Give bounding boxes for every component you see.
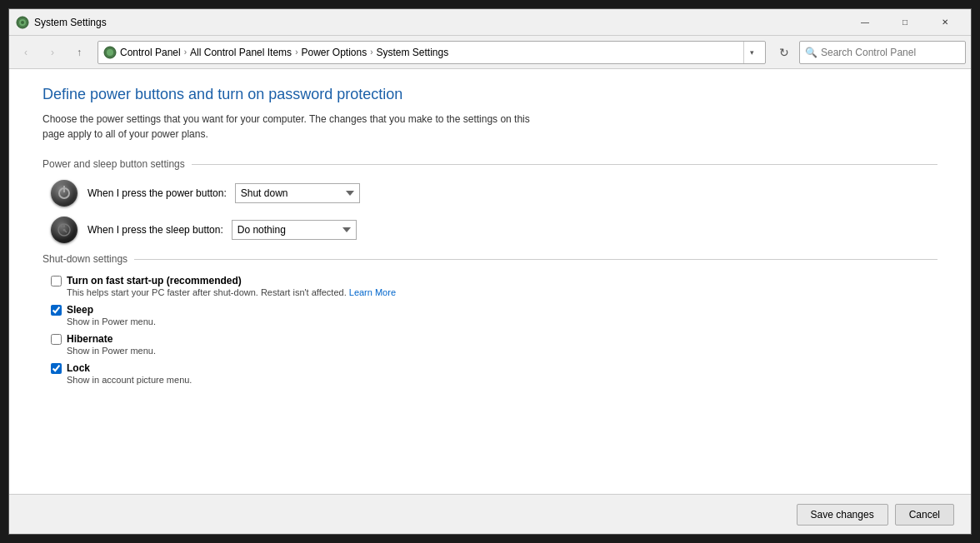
power-button-label: When I press the power button: (88, 187, 227, 199)
footer: Save changes Cancel (9, 494, 971, 534)
hibernate-row: Hibernate Show in Power menu. (42, 333, 938, 356)
back-button[interactable]: ‹ (14, 41, 38, 64)
breadcrumb: Control Panel › All Control Panel Items … (120, 47, 743, 58)
save-changes-button[interactable]: Save changes (797, 504, 888, 526)
breadcrumb-system-settings: System Settings (377, 47, 449, 58)
lock-desc: Show in account picture menu. (67, 375, 938, 385)
window-title: System Settings (34, 17, 846, 28)
fast-startup-desc: This helps start your PC faster after sh… (67, 287, 938, 297)
navbar: ‹ › ↑ Control Panel › All Control Panel … (9, 36, 971, 69)
address-icon (103, 46, 117, 59)
forward-button[interactable]: › (41, 41, 64, 64)
window-controls: — □ ✕ (846, 9, 964, 36)
sleep-button-row: When I press the sleep button: Do nothin… (42, 217, 938, 243)
page-description: Choose the power settings that you want … (42, 112, 542, 142)
sleep-label: Sleep (67, 304, 93, 316)
page-title: Define power buttons and turn on passwor… (42, 86, 938, 103)
power-symbol (58, 187, 70, 199)
address-dropdown-button[interactable]: ▾ (743, 42, 760, 63)
sleep-checkbox[interactable] (51, 305, 62, 316)
section-divider (192, 164, 938, 165)
search-box[interactable]: 🔍 (799, 41, 966, 64)
up-button[interactable]: ↑ (68, 41, 91, 64)
shutdown-section: Shut-down settings Turn on fast start-up… (42, 253, 938, 385)
content-area: Define power buttons and turn on passwor… (9, 69, 971, 494)
power-sleep-section-title: Power and sleep button settings (42, 158, 185, 170)
sleep-desc: Show in Power menu. (67, 316, 938, 326)
shutdown-section-header: Shut-down settings (42, 253, 938, 265)
svg-point-8 (63, 229, 66, 232)
main-window: System Settings — □ ✕ ‹ › ↑ Control Pane… (8, 8, 972, 535)
close-button[interactable]: ✕ (926, 9, 964, 36)
lock-row: Lock Show in account picture menu. (42, 362, 938, 385)
fast-startup-desc-text: This helps start your PC faster after sh… (67, 287, 349, 297)
cancel-button[interactable]: Cancel (895, 504, 954, 526)
sleep-button-icon (51, 217, 78, 243)
breadcrumb-power-options[interactable]: Power Options (301, 47, 367, 58)
fast-startup-row: Turn on fast start-up (recommended) This… (42, 275, 938, 297)
address-bar[interactable]: Control Panel › All Control Panel Items … (98, 41, 766, 64)
learn-more-link[interactable]: Learn More (349, 287, 396, 297)
search-icon: 🔍 (805, 47, 818, 58)
sleep-row: Sleep Show in Power menu. (42, 304, 938, 326)
breadcrumb-control-panel[interactable]: Control Panel (120, 47, 181, 58)
power-button-icon (51, 180, 78, 207)
lock-checkbox[interactable] (51, 363, 62, 374)
lock-label: Lock (67, 362, 90, 374)
power-button-row: When I press the power button: Shut down… (42, 180, 938, 207)
power-button-dropdown[interactable]: Shut down Sleep Hibernate Turn off the d… (235, 183, 360, 203)
fast-startup-checkbox[interactable] (51, 276, 62, 286)
shutdown-section-title: Shut-down settings (42, 253, 128, 265)
svg-point-4 (107, 49, 113, 56)
sleep-button-dropdown[interactable]: Do nothing Sleep Hibernate Shut down Tur… (232, 220, 357, 240)
svg-point-2 (21, 21, 24, 24)
hibernate-label: Hibernate (67, 333, 112, 345)
breadcrumb-all-items[interactable]: All Control Panel Items (190, 47, 292, 58)
refresh-button[interactable]: ↻ (772, 41, 796, 64)
sleep-button-label: When I press the sleep button: (88, 224, 223, 236)
search-input[interactable] (821, 47, 960, 58)
window-icon (16, 16, 29, 29)
fast-startup-label: Turn on fast start-up (recommended) (67, 275, 242, 286)
power-sleep-section-header: Power and sleep button settings (42, 158, 938, 170)
hibernate-checkbox[interactable] (51, 334, 62, 345)
maximize-button[interactable]: □ (886, 9, 924, 36)
hibernate-desc: Show in Power menu. (67, 346, 938, 356)
titlebar: System Settings — □ ✕ (9, 9, 971, 36)
minimize-button[interactable]: — (846, 9, 884, 36)
shutdown-section-divider (134, 259, 938, 260)
